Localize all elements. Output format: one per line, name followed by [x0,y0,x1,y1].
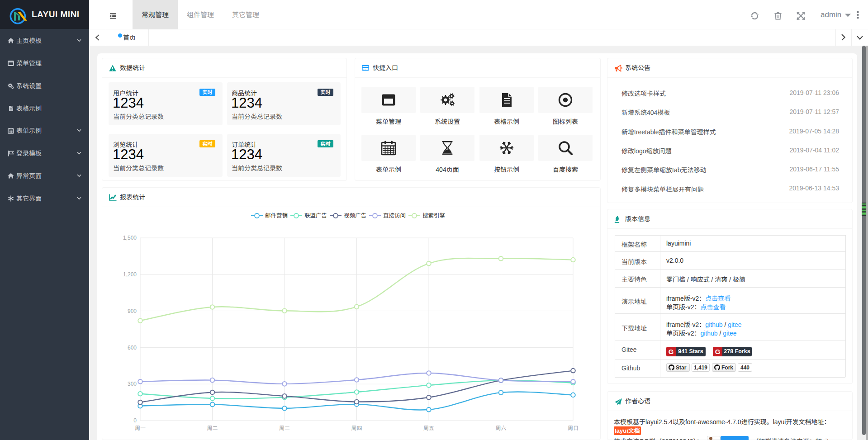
svg-text:600: 600 [128,345,137,351]
svg-text:1,500: 1,500 [123,235,137,241]
svg-text:1,200: 1,200 [123,271,137,278]
svg-text:联盟广告: 联盟广告 [304,213,327,219]
svg-text:视频广告: 视频广告 [344,213,366,219]
svg-text:周一: 周一 [135,425,146,431]
svg-text:900: 900 [128,308,137,314]
svg-text:直接访问: 直接访问 [383,213,406,219]
svg-text:0: 0 [133,417,137,424]
svg-text:周六: 周六 [495,425,506,431]
svg-text:搜索引擎: 搜索引擎 [422,213,445,219]
svg-text:邮件营销: 邮件营销 [265,213,288,219]
svg-text:周日: 周日 [568,425,579,431]
svg-text:周五: 周五 [423,425,434,431]
svg-text:周四: 周四 [351,425,362,431]
svg-text:周三: 周三 [279,425,290,431]
svg-text:周二: 周二 [207,425,218,431]
svg-text:300: 300 [128,381,137,387]
